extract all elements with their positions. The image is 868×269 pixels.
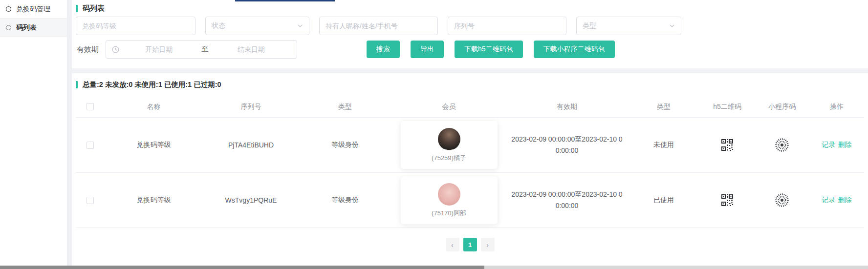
- circle-icon: [6, 25, 11, 30]
- header-operations: 操作: [809, 103, 864, 111]
- filter-row-2: 有效期 至 搜索 导出 下载h: [76, 40, 863, 59]
- member-name: (75170)阿部: [432, 209, 466, 218]
- codes-table: 名称 序列号 类型 会员 有效期 类型 h5二维码 小程序码 操作 兑换码等级 …: [76, 96, 864, 228]
- cell-status: 已使用: [628, 196, 700, 205]
- select-all-checkbox[interactable]: [87, 103, 94, 110]
- h5-qr-code-icon[interactable]: [700, 139, 755, 151]
- sidebar-item-label: 兑换码管理: [16, 5, 50, 14]
- cell-status: 未使用: [628, 141, 700, 149]
- miniprogram-code-icon[interactable]: [755, 193, 809, 207]
- cell-serial: PjTA4EtiBUHD: [203, 141, 299, 149]
- date-range-picker[interactable]: 至: [106, 40, 297, 59]
- status-select-label: 状态: [212, 21, 225, 30]
- filter-panel: 码列表 状态 类型: [72, 0, 868, 68]
- h5-qr-code-icon[interactable]: [700, 194, 755, 207]
- table-row: 兑换码等级 WsTvgy1PQRuE 等级身份 (75170)阿部 2023-0…: [76, 173, 864, 228]
- table-panel: 总量:2 未发放:0 未使用:1 已使用:1 已过期:0 名称 序列号 类型 会…: [72, 73, 868, 266]
- header-serial: 序列号: [203, 103, 299, 111]
- sidebar: 兑换码管理 码列表: [0, 0, 67, 266]
- page-title: 码列表: [83, 4, 105, 13]
- cell-validity: 2023-02-09 00:00:00至2023-02-10 00:00:00: [506, 189, 628, 211]
- end-date-field[interactable]: [212, 45, 291, 53]
- card-gap: [72, 68, 868, 73]
- header-miniprogram-code: 小程序码: [755, 103, 809, 111]
- sidebar-item-code-list[interactable]: 码列表: [0, 19, 67, 37]
- cell-member: (75170)阿部: [391, 176, 506, 224]
- header-name: 名称: [104, 103, 203, 111]
- panel-title: 码列表: [76, 4, 863, 13]
- start-date-input[interactable]: [130, 45, 188, 53]
- main-content: 码列表 状态 类型: [72, 0, 868, 266]
- table-header-row: 名称 序列号 类型 会员 有效期 类型 h5二维码 小程序码 操作: [76, 96, 864, 118]
- type-select-label: 类型: [583, 21, 596, 30]
- circle-icon: [6, 6, 11, 12]
- search-button[interactable]: 搜索: [367, 41, 400, 58]
- download-miniprogram-qr-button[interactable]: 下载小程序二维码包: [534, 41, 615, 58]
- record-link[interactable]: 记录: [822, 196, 836, 205]
- cell-type: 等级身份: [299, 141, 391, 149]
- cell-operations: 记录 删除: [809, 141, 864, 149]
- clipped-top-bar: [235, 0, 335, 1]
- member-avatar: [438, 128, 460, 150]
- holder-input[interactable]: [326, 22, 432, 30]
- app-window: 兑换码管理 码列表 码列表 状态: [0, 0, 868, 269]
- holder-field[interactable]: [319, 17, 438, 35]
- row-checkbox[interactable]: [87, 197, 94, 204]
- page-1-button[interactable]: 1: [463, 238, 477, 251]
- sidebar-divider: [67, 0, 72, 266]
- cell-validity: 2023-02-09 00:00:00至2023-02-10 00:00:00: [506, 134, 628, 156]
- end-date-input[interactable]: [222, 45, 281, 53]
- chevron-down-icon: [669, 23, 675, 29]
- sidebar-item-label: 码列表: [16, 23, 37, 32]
- next-page-button[interactable]: ›: [481, 238, 495, 251]
- delete-link[interactable]: 删除: [838, 141, 852, 149]
- export-button[interactable]: 导出: [411, 41, 444, 58]
- clock-icon: [112, 46, 119, 53]
- action-buttons: 搜索 导出 下载h5二维码包 下载小程序二维码包: [367, 41, 615, 58]
- code-level-input[interactable]: [82, 22, 189, 30]
- accent-bar: [76, 5, 78, 12]
- cell-serial: WsTvgy1PQRuE: [203, 196, 299, 204]
- accent-bar: [76, 81, 78, 88]
- header-member: 会员: [391, 103, 506, 111]
- header-type: 类型: [299, 103, 391, 111]
- record-link[interactable]: 记录: [822, 141, 836, 149]
- chevron-down-icon: [297, 23, 303, 29]
- range-separator: 至: [199, 45, 212, 54]
- filter-row-1: 状态 类型: [76, 17, 863, 35]
- summary-row: 总量:2 未发放:0 未使用:1 已使用:1 已过期:0: [76, 80, 864, 89]
- pagination: ‹ 1 ›: [76, 238, 864, 251]
- member-avatar: [438, 183, 460, 206]
- member-name: (75259)橘子: [432, 154, 466, 163]
- cell-operations: 记录 删除: [809, 196, 864, 205]
- sidebar-item-exchange-code-management[interactable]: 兑换码管理: [0, 0, 67, 19]
- serial-field[interactable]: [448, 17, 566, 35]
- table-row: 兑换码等级 PjTA4EtiBUHD 等级身份 (75259)橘子 2023-0…: [76, 118, 864, 173]
- code-level-field[interactable]: [76, 17, 195, 35]
- scrollbar-thumb[interactable]: [0, 266, 484, 269]
- prev-page-button[interactable]: ‹: [446, 238, 459, 251]
- header-validity: 有效期: [506, 103, 628, 111]
- row-checkbox[interactable]: [87, 142, 94, 149]
- cell-name: 兑换码等级: [104, 141, 203, 149]
- status-select[interactable]: 状态: [205, 17, 309, 35]
- member-card: (75259)橘子: [401, 121, 498, 169]
- cell-name: 兑换码等级: [104, 196, 203, 205]
- member-card: (75170)阿部: [401, 176, 498, 224]
- horizontal-scrollbar[interactable]: [0, 266, 868, 269]
- miniprogram-code-icon[interactable]: [755, 138, 809, 152]
- delete-link[interactable]: 删除: [838, 196, 852, 205]
- summary-text: 总量:2 未发放:0 未使用:1 已使用:1 已过期:0: [83, 80, 221, 89]
- type-select[interactable]: 类型: [576, 17, 681, 35]
- header-status-type: 类型: [628, 103, 700, 111]
- header-h5-qr: h5二维码: [700, 103, 755, 111]
- cell-type: 等级身份: [299, 196, 391, 205]
- serial-input[interactable]: [454, 22, 560, 30]
- cell-member: (75259)橘子: [391, 121, 506, 169]
- download-h5-qr-button[interactable]: 下载h5二维码包: [455, 41, 523, 58]
- validity-label: 有效期: [77, 45, 99, 54]
- start-date-field[interactable]: [119, 45, 199, 53]
